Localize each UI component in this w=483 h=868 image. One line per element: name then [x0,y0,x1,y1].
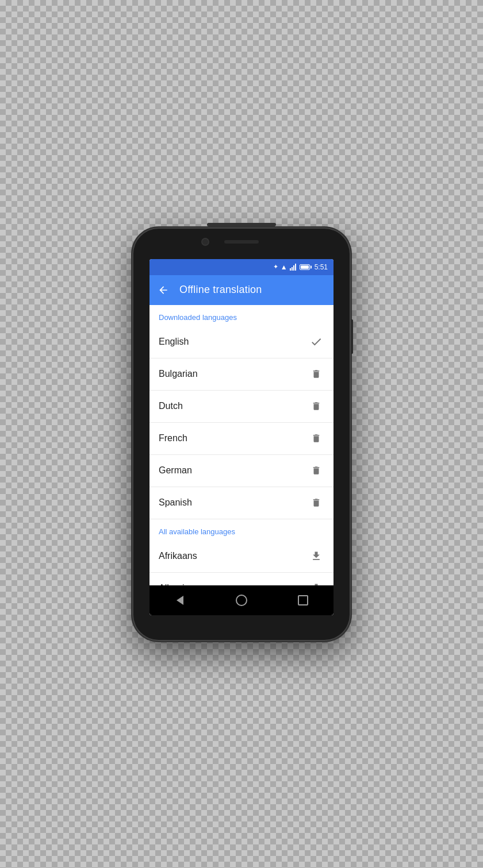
language-name-bulgarian: Bulgarian [159,369,198,379]
status-time: 5:51 [315,263,328,271]
status-bar: ✦ ▲ 5:51 [150,259,334,275]
language-name-dutch: Dutch [159,401,183,411]
nav-bar [150,585,334,615]
language-name-albanian: Albanian [159,583,194,585]
download-action-afrikaans[interactable] [308,548,324,564]
battery-icon [300,264,310,270]
delete-action-french[interactable] [308,430,324,446]
language-item-german[interactable]: German [150,455,334,487]
language-name-afrikaans: Afrikaans [159,551,197,561]
speaker [224,240,259,244]
phone-screen: ✦ ▲ 5:51 Offline translation [150,259,334,615]
language-item-english[interactable]: English [150,326,334,358]
status-icons: ✦ ▲ 5:51 [273,263,328,271]
content-area: Downloaded languages English Bulgarian [150,305,334,585]
app-bar: Offline translation [150,275,334,305]
delete-action-dutch[interactable] [308,398,324,414]
downloaded-section-header: Downloaded languages [150,305,334,326]
side-button [351,319,353,354]
available-section-header: All available languages [150,519,334,541]
language-name-german: German [159,465,192,476]
camera [201,238,209,246]
language-item-spanish[interactable]: Spanish [150,487,334,519]
delete-action-spanish[interactable] [308,495,324,511]
language-item-afrikaans[interactable]: Afrikaans [150,541,334,573]
language-item-albanian[interactable]: Albanian [150,573,334,585]
delete-action-bulgarian[interactable] [308,366,324,382]
language-name-french: French [159,433,187,443]
check-action-english[interactable] [308,334,324,350]
language-name-spanish: Spanish [159,497,192,508]
language-item-bulgarian[interactable]: Bulgarian [150,358,334,391]
language-item-dutch[interactable]: Dutch [150,391,334,423]
app-bar-title: Offline translation [179,284,262,296]
nav-back-button[interactable] [166,589,194,612]
language-item-french[interactable]: French [150,423,334,455]
download-action-albanian[interactable] [308,580,324,585]
bluetooth-icon: ✦ [273,263,278,271]
delete-action-german[interactable] [308,462,324,479]
wifi-icon: ▲ [281,263,288,271]
language-name-english: English [159,337,189,347]
nav-home-button[interactable] [227,589,256,612]
nav-recent-button[interactable] [289,589,317,612]
signal-icon [290,264,296,271]
phone-device: ✦ ▲ 5:51 Offline translation [132,227,351,641]
back-button[interactable] [158,284,169,296]
